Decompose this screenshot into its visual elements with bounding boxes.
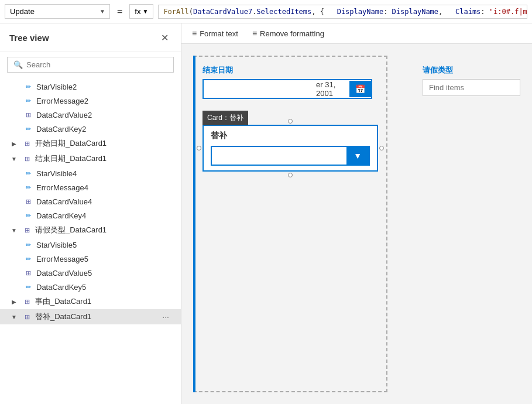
expand-icon[interactable]: ▶: [9, 139, 19, 148]
grid-icon: ⊞: [22, 297, 32, 306]
tree-item-datacardkey4[interactable]: ✏ DataCardKey4: [0, 208, 181, 222]
tree-item-datacardkey2[interactable]: ✏ DataCardKey2: [0, 122, 181, 136]
date-input-wrapper: er 31, 2001 📅: [202, 79, 372, 99]
tree-item-label: DataCardValue2: [36, 111, 92, 119]
fx-button[interactable]: fx ▼: [129, 4, 153, 19]
tooltip-card: Card：替补: [202, 111, 248, 125]
end-date-label: 结束日期: [202, 65, 378, 76]
tree-item-datacardkey5[interactable]: ✏ DataCardKey5: [0, 280, 181, 294]
grid-icon: ⊞: [22, 139, 32, 148]
grid-icon: ⊞: [22, 312, 32, 321]
pencil-icon: ✏: [23, 96, 33, 105]
format-text-label: Format text: [200, 29, 238, 38]
tree-item-label: ErrorMessage5: [36, 255, 88, 263]
form-canvas: 结束日期 er 31, 2001 📅 Card：替补: [193, 56, 387, 392]
remove-formatting-button[interactable]: ≡ Remove formatting: [246, 26, 330, 41]
tree-item-label: DataCardKey5: [36, 283, 86, 292]
tree-item-datacardvalue4[interactable]: ⊞ DataCardValue4: [0, 194, 181, 208]
date-input[interactable]: [204, 81, 314, 97]
expand-icon[interactable]: ▶: [9, 297, 19, 306]
dropdown-input[interactable]: [212, 148, 346, 165]
more-options-icon[interactable]: ···: [160, 312, 171, 321]
pencil-icon: ✏: [23, 183, 33, 192]
top-bar: Update ▼ = fx ▼ ForAll(DataCardValue7.Se…: [0, 0, 532, 23]
tree-item-label: StarVisible2: [36, 83, 77, 91]
pencil-icon: ✏: [23, 82, 33, 91]
equals-sign: =: [115, 6, 125, 17]
calendar-icon: 📅: [355, 84, 365, 94]
expand-icon[interactable]: ▼: [9, 154, 19, 163]
end-date-section: 结束日期 er 31, 2001 📅: [202, 65, 378, 99]
chevron-down-icon: ▼: [142, 8, 148, 15]
tree-item-datacardvalue5[interactable]: ⊞ DataCardValue5: [0, 266, 181, 280]
tree-item-enddate[interactable]: ▼ ⊞ 结束日期_DataCard1: [0, 151, 181, 166]
toolbar: ≡ Format text ≡ Remove formatting: [181, 23, 532, 44]
pencil-icon: ✏: [23, 169, 33, 178]
tree-item-label: 开始日期_DataCard1: [35, 138, 107, 149]
tree-item-starvisible4[interactable]: ✏ StarVisible4: [0, 166, 181, 180]
tree-item-label: 请假类型_DataCard1: [35, 225, 107, 235]
tree-item-label: DataCardValue5: [36, 269, 92, 278]
leave-type-panel: 请假类型: [423, 65, 520, 392]
date-text: er 31, 2001: [314, 80, 349, 98]
pencil-icon: ✏: [23, 240, 33, 249]
tree-item-reason[interactable]: ▶ ⊞ 事由_DataCard1: [0, 294, 181, 309]
grid-icon: ⊞: [23, 110, 33, 119]
grid-icon: ⊞: [23, 197, 33, 206]
tree-item-errormessage4[interactable]: ✏ ErrorMessage4: [0, 180, 181, 194]
tree-item-errormessage5[interactable]: ✏ ErrorMessage5: [0, 252, 181, 266]
grid-icon: ⊞: [22, 225, 32, 235]
tree-item-label: ErrorMessage4: [36, 183, 88, 192]
tree-item-label: StarVisible5: [36, 241, 77, 249]
tree-item-label: 替补_DataCard1: [35, 311, 91, 322]
tree-list: ✏ StarVisible2 ✏ ErrorMessage2 ⊞ DataCar…: [0, 77, 181, 404]
tree-item-datacardvalue2[interactable]: ⊞ DataCardValue2: [0, 108, 181, 122]
remove-formatting-icon: ≡: [252, 29, 257, 38]
leave-type-label: 请假类型: [423, 65, 520, 76]
right-content: ≡ Format text ≡ Remove formatting 结束日期: [181, 23, 532, 404]
tree-item-label: DataCardKey4: [36, 211, 86, 220]
main-layout: Tree view ✕ 🔍 ✏ StarVisible2 ✏ ErrorMess…: [0, 23, 532, 404]
tree-item-label: 结束日期_DataCard1: [35, 153, 107, 164]
pencil-icon: ✏: [23, 211, 33, 220]
grid-icon: ⊞: [22, 154, 32, 163]
tree-item-starvisible2[interactable]: ✏ StarVisible2: [0, 80, 181, 94]
sidebar: Tree view ✕ 🔍 ✏ StarVisible2 ✏ ErrorMess…: [0, 23, 181, 404]
sub-label: 替补: [211, 131, 370, 141]
close-icon[interactable]: ✕: [157, 30, 171, 44]
sidebar-header: Tree view ✕: [0, 23, 181, 52]
left-accent: [193, 56, 195, 392]
tree-item-errormessage2[interactable]: ✏ ErrorMessage2: [0, 94, 181, 108]
expand-icon[interactable]: ▼: [9, 312, 19, 321]
remove-formatting-label: Remove formatting: [260, 29, 324, 38]
calendar-button[interactable]: 📅: [349, 81, 371, 97]
handle-left: [197, 146, 201, 150]
find-items-input[interactable]: [423, 79, 520, 96]
formula-bar[interactable]: ForAll(DataCardValue7.SelectedItems, { D…: [158, 5, 527, 19]
dropdown-button[interactable]: ▼: [346, 147, 369, 165]
format-text-icon: ≡: [192, 29, 197, 38]
update-select[interactable]: Update: [5, 4, 110, 19]
sub-card: 替补 ▼: [202, 125, 378, 172]
tree-item-startdate[interactable]: ▶ ⊞ 开始日期_DataCard1: [0, 136, 181, 151]
format-text-button[interactable]: ≡ Format text: [186, 26, 244, 41]
search-input[interactable]: [26, 60, 167, 69]
tree-item-label: DataCardValue4: [36, 197, 92, 206]
search-icon: 🔍: [13, 60, 23, 69]
sidebar-title: Tree view: [9, 33, 49, 43]
search-box: 🔍: [7, 57, 174, 73]
handle-right: [379, 146, 384, 150]
tree-item-starvisible5[interactable]: ✏ StarVisible5: [0, 238, 181, 252]
pencil-icon: ✏: [23, 124, 33, 133]
sub-section: 替补 ▼: [202, 125, 378, 172]
tree-item-label: DataCardKey2: [36, 125, 86, 133]
tree-item-label: ErrorMessage2: [36, 97, 88, 105]
update-select-wrapper: Update ▼: [5, 4, 110, 19]
fx-label: fx: [135, 7, 140, 16]
tree-item-label: StarVisible4: [36, 169, 77, 178]
tree-item-leavetype[interactable]: ▼ ⊞ 请假类型_DataCard1: [0, 222, 181, 238]
tree-item-sub[interactable]: ▼ ⊞ 替补_DataCard1 ···: [0, 309, 181, 324]
expand-icon[interactable]: ▼: [9, 225, 19, 235]
pencil-icon: ✏: [23, 254, 33, 263]
tree-item-label: 事由_DataCard1: [35, 296, 91, 307]
